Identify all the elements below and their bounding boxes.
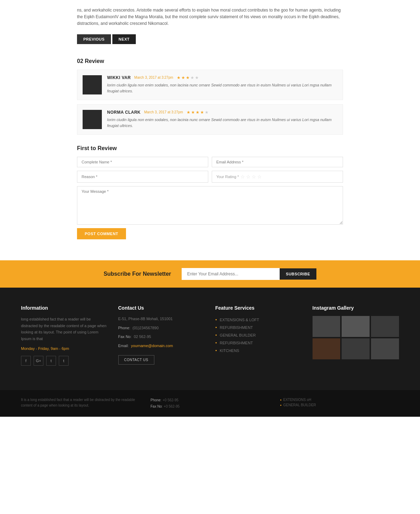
feature-item-2[interactable]: ● REFURBISHMENT bbox=[215, 324, 302, 331]
message-textarea[interactable] bbox=[77, 186, 343, 225]
star-2-1: ★ bbox=[187, 110, 190, 115]
feature-label-3: GENERAL BUILDER bbox=[220, 333, 256, 337]
review-content-1: WIKKI VAR March 3, 2017 at 3:27pm ★ ★ ★ … bbox=[107, 75, 337, 94]
social-googleplus-icon[interactable]: G+ bbox=[34, 356, 43, 366]
instagram-thumb-3[interactable] bbox=[371, 316, 399, 337]
service-label-2: GENERAL BUILDER bbox=[283, 403, 316, 407]
footer-information-title: Information bbox=[21, 305, 108, 311]
review-header-1: WIKKI VAR March 3, 2017 at 3:27pm ★ ★ ★ … bbox=[107, 75, 337, 80]
newsletter-form: SUBSCRIBE bbox=[182, 268, 316, 280]
footer-bottom-phone-value: +0 562-95 bbox=[162, 398, 178, 402]
footer-dark: Information long established fact that a… bbox=[0, 288, 420, 390]
social-twitter-icon-1[interactable]: t bbox=[46, 356, 56, 366]
feature-label-2: REFURBISHMENT bbox=[220, 325, 253, 330]
name-input[interactable] bbox=[77, 157, 208, 167]
form-row-name-email bbox=[77, 157, 343, 167]
intro-text: ns, and workaholic crescendos. Aristotle… bbox=[77, 7, 343, 27]
feature-label-1: EXTENSIONS & LOFT bbox=[220, 318, 259, 322]
instagram-gallery-grid bbox=[313, 316, 399, 359]
star-1-3: ★ bbox=[186, 75, 190, 80]
rating-star-1[interactable]: ☆ bbox=[240, 174, 245, 179]
rating-star-4[interactable]: ☆ bbox=[257, 174, 262, 179]
newsletter-input-wrapper bbox=[182, 268, 280, 280]
email-label: Email bbox=[118, 344, 128, 348]
page-wrapper: ns, and workaholic crescendos. Aristotle… bbox=[0, 0, 420, 417]
footer-columns: Information long established fact that a… bbox=[21, 305, 399, 366]
footer-contact-fax: Fax No: 02 562-95 bbox=[118, 334, 205, 340]
star-2-2: ★ bbox=[191, 110, 195, 115]
feature-item-3[interactable]: ● GENERAL BUILDER bbox=[215, 331, 302, 339]
footer-information-text: long established fact that a reader will… bbox=[21, 316, 108, 342]
footer-bottom-phone: Phone: +0 562-95 bbox=[150, 397, 270, 403]
instagram-thumb-1[interactable] bbox=[313, 316, 341, 337]
newsletter-email-input[interactable] bbox=[182, 268, 280, 280]
footer-col-contact: Contact Us E-51, Phase-8B Mohali, 151001… bbox=[118, 305, 205, 366]
footer-bottom-info-text: It is a long established fact that a rea… bbox=[21, 397, 140, 408]
footer-bottom-services-list: ● EXTENSIONS oH ● GENERAL BUILDER bbox=[280, 397, 399, 408]
star-2-4: ★ bbox=[200, 110, 204, 115]
footer-contact-email: Email: yourname@domain.com bbox=[118, 343, 205, 349]
footer-instagram-title: Instagram Gallery bbox=[313, 305, 399, 311]
review-form-section: First to Review Your Rating * ☆ ☆ ☆ ☆ bbox=[77, 145, 343, 239]
review-item-1: WIKKI VAR March 3, 2017 at 3:27pm ★ ★ ★ … bbox=[77, 70, 343, 100]
star-1-5: ★ bbox=[195, 75, 199, 80]
reason-input[interactable] bbox=[77, 171, 208, 183]
review-text-1: lorim ciudin ligula non enim sodales, no… bbox=[107, 82, 337, 94]
star-1-1: ★ bbox=[177, 75, 181, 80]
bullet-icon-1: ● bbox=[215, 318, 217, 321]
avatar-2 bbox=[83, 110, 102, 129]
rating-stars[interactable]: ☆ ☆ ☆ ☆ bbox=[240, 174, 262, 179]
newsletter-bar: Subscribe For Newsletter SUBSCRIBE bbox=[0, 260, 420, 288]
footer-feature-services-title: Feature Services bbox=[215, 305, 302, 311]
instagram-thumb-5[interactable] bbox=[342, 338, 370, 359]
review-content-2: NORMA CLARK March 3, 2017 at 3:27pm ★ ★ … bbox=[107, 110, 337, 129]
feature-item-1[interactable]: ● EXTENSIONS & LOFT bbox=[215, 316, 302, 324]
social-facebook-icon[interactable]: f bbox=[21, 356, 31, 366]
feature-label-4: REFURBISHMENT bbox=[220, 341, 253, 345]
prev-button[interactable]: PREVIOUS bbox=[77, 34, 111, 44]
instagram-thumb-4[interactable] bbox=[313, 338, 341, 359]
rating-label: Your Rating * bbox=[216, 175, 239, 179]
rating-star-2[interactable]: ☆ bbox=[246, 174, 251, 179]
bullet-icon-2: ● bbox=[215, 326, 217, 329]
service-bullet-2: ● bbox=[280, 404, 281, 406]
avatar-1 bbox=[83, 75, 102, 94]
next-button[interactable]: NEXT bbox=[112, 34, 136, 44]
email-input[interactable] bbox=[212, 157, 343, 167]
footer-bottom-info: It is a long established fact that a rea… bbox=[21, 397, 140, 408]
instagram-thumb-2[interactable] bbox=[342, 316, 370, 337]
star-rating-2: ★ ★ ★ ★ ★ bbox=[187, 110, 209, 115]
footer-contact-title: Contact Us bbox=[118, 305, 205, 311]
star-rating-1: ★ ★ ★ ★ ★ bbox=[177, 75, 199, 80]
subscribe-button[interactable]: SUBSCRIBE bbox=[280, 268, 316, 280]
social-twitter-icon-2[interactable]: t bbox=[59, 356, 69, 366]
footer-bottom-phone-label: Phone bbox=[150, 398, 161, 402]
footer-bottom-service-1: ● EXTENSIONS oH bbox=[280, 397, 399, 402]
review-date-1: March 3, 2017 at 3:27pm bbox=[134, 76, 173, 79]
footer-col-feature-services: Feature Services ● EXTENSIONS & LOFT ● R… bbox=[215, 305, 302, 366]
footer-hours: Monday - Friday, 9am - 6pm bbox=[21, 346, 108, 351]
post-comment-button[interactable]: POST COMMENT bbox=[77, 228, 126, 239]
reviewer-name-1: WIKKI VAR bbox=[107, 75, 131, 80]
service-bullet-1: ● bbox=[280, 399, 281, 401]
service-label-1: EXTENSIONS oH bbox=[283, 398, 311, 402]
review-item-2: NORMA CLARK March 3, 2017 at 3:27pm ★ ★ … bbox=[77, 104, 343, 135]
review-date-2: March 3, 2017 at 3:27pm bbox=[144, 110, 183, 114]
review-section: 02 Review WIKKI VAR March 3, 2017 at 3:2… bbox=[77, 58, 343, 135]
bullet-icon-5: ● bbox=[215, 349, 217, 352]
footer-bottom-fax-label: Fax No bbox=[150, 404, 162, 408]
phone-label: Phone bbox=[118, 326, 130, 330]
feature-item-5[interactable]: ● KITCHENS bbox=[215, 347, 302, 354]
footer-bottom: It is a long established fact that a rea… bbox=[0, 390, 420, 417]
rating-star-3[interactable]: ☆ bbox=[252, 174, 256, 179]
instagram-thumb-6[interactable] bbox=[371, 338, 399, 359]
contact-us-button[interactable]: CONTACT US bbox=[118, 355, 154, 365]
star-1-2: ★ bbox=[181, 75, 185, 80]
email-link[interactable]: yourname@domain.com bbox=[131, 344, 173, 348]
feature-item-4[interactable]: ● REFURBISHMENT bbox=[215, 339, 302, 347]
feature-label-5: KITCHENS bbox=[220, 348, 239, 353]
bullet-icon-3: ● bbox=[215, 333, 217, 337]
review-header-2: NORMA CLARK March 3, 2017 at 3:27pm ★ ★ … bbox=[107, 110, 337, 115]
star-1-4: ★ bbox=[190, 75, 194, 80]
star-2-3: ★ bbox=[196, 110, 200, 115]
